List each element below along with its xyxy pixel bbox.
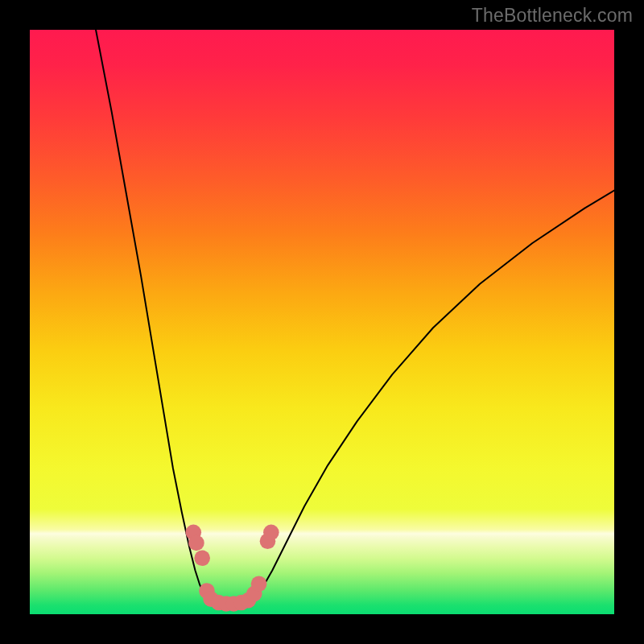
watermark-text: TheBottleneck.com <box>472 5 633 27</box>
marker-dot <box>188 535 204 551</box>
marker-dot <box>263 525 279 541</box>
app-frame: TheBottleneck.com <box>0 0 644 644</box>
plot-svg <box>30 30 614 614</box>
marker-dot <box>251 576 267 592</box>
plot-area <box>30 30 614 614</box>
marker-dot <box>194 551 210 567</box>
gradient-background <box>30 30 614 614</box>
